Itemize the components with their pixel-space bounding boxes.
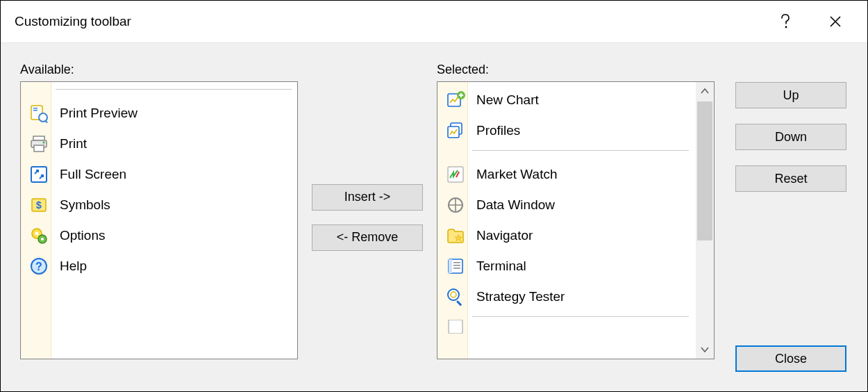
svg-rect-28 bbox=[453, 265, 460, 266]
available-panel: Available: bbox=[20, 63, 298, 372]
list-item-label: Options bbox=[60, 228, 105, 243]
button-label: Up bbox=[783, 88, 799, 103]
svg-rect-27 bbox=[453, 262, 460, 263]
selected-panel: Selected: bbox=[437, 63, 715, 372]
close-button[interactable]: Close bbox=[735, 345, 846, 372]
list-item[interactable]: Full Screen bbox=[21, 159, 297, 190]
strategy-tester-icon bbox=[444, 286, 467, 308]
list-item[interactable]: Navigator bbox=[437, 220, 694, 251]
list-item[interactable]: Profiles bbox=[437, 115, 694, 146]
symbols-icon: $ bbox=[28, 194, 50, 216]
list-item-label: Market Watch bbox=[476, 167, 558, 182]
svg-point-14 bbox=[35, 232, 39, 236]
remove-button[interactable]: <- Remove bbox=[312, 224, 423, 251]
list-item[interactable]: Data Window bbox=[437, 190, 694, 220]
close-icon bbox=[829, 15, 842, 28]
list-item[interactable]: Market Watch bbox=[437, 159, 694, 190]
print-icon bbox=[28, 133, 50, 155]
selected-listbox[interactable]: New Chart Profiles bbox=[437, 81, 715, 359]
scroll-down-icon[interactable] bbox=[696, 341, 714, 359]
help-button[interactable] bbox=[767, 8, 803, 35]
svg-rect-3 bbox=[33, 110, 37, 111]
available-label: Available: bbox=[20, 63, 298, 77]
dialog-body: Available: bbox=[1, 42, 867, 391]
right-buttons: Up Down Reset Close bbox=[715, 63, 848, 372]
list-item[interactable]: Options bbox=[21, 220, 297, 251]
list-item[interactable]: $ Symbols bbox=[21, 190, 297, 220]
svg-point-0 bbox=[785, 26, 787, 28]
button-label: Down bbox=[775, 130, 807, 145]
list-item-label: Symbols bbox=[60, 197, 110, 213]
list-item-label: Data Window bbox=[476, 197, 555, 213]
svg-point-30 bbox=[448, 289, 459, 300]
list-item[interactable]: Strategy Tester bbox=[437, 281, 694, 312]
svg-rect-33 bbox=[449, 320, 462, 334]
svg-point-9 bbox=[43, 142, 45, 144]
list-item-label: Print bbox=[60, 136, 87, 152]
fullscreen-icon bbox=[28, 163, 50, 186]
help-icon bbox=[780, 14, 791, 29]
list-item-label: Terminal bbox=[476, 259, 526, 274]
list-item-label: Print Preview bbox=[60, 106, 137, 121]
button-label: <- Remove bbox=[337, 230, 399, 245]
separator bbox=[56, 89, 292, 90]
insert-button[interactable]: Insert -> bbox=[312, 184, 423, 211]
button-label: Reset bbox=[774, 172, 807, 186]
button-label: Insert -> bbox=[344, 190, 391, 204]
svg-rect-29 bbox=[453, 268, 460, 269]
partial-icon bbox=[444, 320, 467, 334]
options-icon bbox=[28, 224, 50, 247]
list-item-label: New Chart bbox=[476, 92, 539, 108]
down-button[interactable]: Down bbox=[735, 124, 846, 150]
svg-rect-8 bbox=[34, 145, 44, 152]
print-preview-icon bbox=[28, 102, 50, 124]
navigator-icon bbox=[444, 224, 467, 247]
svg-rect-26 bbox=[449, 259, 452, 273]
close-window-button[interactable] bbox=[817, 8, 853, 35]
separator bbox=[472, 150, 689, 151]
profiles-icon bbox=[444, 120, 467, 142]
market-watch-icon bbox=[444, 163, 467, 186]
dialog-title: Customizing toolbar bbox=[15, 14, 767, 29]
help-icon: ? bbox=[28, 255, 50, 277]
list-item[interactable]: New Chart bbox=[437, 85, 694, 115]
list-item[interactable] bbox=[437, 320, 694, 334]
reset-button[interactable]: Reset bbox=[735, 165, 846, 192]
list-item-label: Navigator bbox=[476, 228, 533, 243]
svg-rect-2 bbox=[33, 108, 37, 109]
svg-point-16 bbox=[41, 238, 44, 240]
list-item-label: Profiles bbox=[476, 123, 520, 138]
new-chart-icon bbox=[444, 89, 467, 111]
terminal-icon bbox=[444, 255, 467, 277]
list-item[interactable]: Terminal bbox=[437, 251, 694, 281]
titlebar: Customizing toolbar bbox=[1, 1, 867, 42]
list-item[interactable]: Print bbox=[21, 129, 297, 159]
button-label: Close bbox=[775, 352, 807, 366]
data-window-icon bbox=[444, 194, 467, 216]
available-listbox[interactable]: Print Preview Print bbox=[20, 81, 298, 359]
list-item-label: Full Screen bbox=[60, 167, 126, 182]
svg-rect-32 bbox=[456, 300, 462, 306]
svg-rect-6 bbox=[33, 136, 44, 140]
middle-buttons: Insert -> <- Remove bbox=[298, 63, 437, 372]
list-item[interactable]: ? Help bbox=[21, 251, 297, 281]
selected-label: Selected: bbox=[437, 63, 715, 77]
svg-rect-10 bbox=[31, 167, 47, 182]
customize-toolbar-dialog: Customizing toolbar Available: bbox=[0, 0, 868, 392]
svg-text:$: $ bbox=[36, 199, 42, 211]
up-button[interactable]: Up bbox=[735, 82, 846, 108]
list-item[interactable]: Print Preview bbox=[21, 98, 297, 129]
list-item-label: Help bbox=[60, 259, 87, 274]
svg-text:?: ? bbox=[35, 261, 42, 272]
list-item-label: Strategy Tester bbox=[476, 289, 565, 304]
separator bbox=[472, 316, 689, 317]
